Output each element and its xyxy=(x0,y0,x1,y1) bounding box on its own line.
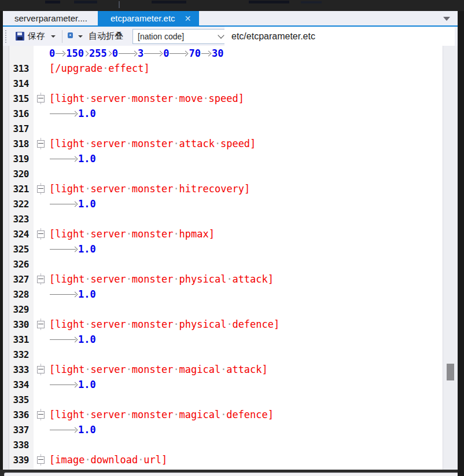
code-line[interactable]: 318[light·server·monster·attack·speed] xyxy=(3,136,443,151)
tab-whitespace-icon xyxy=(49,381,78,389)
code-line[interactable]: 01502550307030 xyxy=(3,46,443,61)
code-line[interactable]: 321[light·server·monster·hitrecovery] xyxy=(3,181,443,196)
space-dot-icon: · xyxy=(84,364,90,375)
code-line[interactable]: 3311.0 xyxy=(3,332,443,347)
code-line[interactable]: 326 xyxy=(3,257,443,272)
collapse-region-icon[interactable] xyxy=(37,321,45,328)
code-line[interactable]: 330[light·server·monster·physical·defenc… xyxy=(3,317,443,332)
section-token: magical xyxy=(179,409,221,420)
fold-toggle[interactable] xyxy=(33,136,48,151)
collapse-region-icon[interactable] xyxy=(37,95,45,102)
fold-toggle[interactable] xyxy=(33,181,48,196)
space-dot-icon: · xyxy=(174,409,179,420)
code-text: [light·server·monster·physical·attack] xyxy=(48,273,443,285)
space-dot-icon: · xyxy=(126,138,132,149)
fold-tool-icon[interactable] xyxy=(68,32,75,40)
value-token: 1.0 xyxy=(78,424,96,435)
clipped-text-fragment xyxy=(45,1,60,3)
code-line[interactable]: 3341.0 xyxy=(3,377,443,392)
code-text: [light·server·monster·magical·defence] xyxy=(48,409,443,420)
tab-list-dropdown-icon[interactable] xyxy=(443,17,450,21)
code-line[interactable]: 323 xyxy=(3,211,443,226)
space-dot-icon: · xyxy=(126,183,132,195)
section-token: server xyxy=(90,93,126,104)
autofold-button[interactable]: 自动折叠 xyxy=(89,31,123,42)
nation-code-select[interactable]: [nation code] xyxy=(132,29,229,44)
collapse-region-icon[interactable] xyxy=(37,140,45,148)
code-line[interactable]: 327[light·server·monster·physical·attack… xyxy=(3,272,443,287)
close-tab-icon[interactable]: ✕ xyxy=(185,14,192,23)
code-line[interactable]: 3371.0 xyxy=(3,422,443,437)
code-line[interactable]: 339[image·download·url] xyxy=(3,452,443,467)
collapse-region-icon[interactable] xyxy=(37,185,45,193)
fold-tool-dropdown-icon[interactable] xyxy=(78,35,83,38)
code-text: [light·server·monster·attack·speed] xyxy=(48,138,443,149)
fold-toggle[interactable] xyxy=(33,407,48,422)
code-line[interactable]: 336[light·server·monster·magical·defence… xyxy=(3,407,443,422)
line-number: 318 xyxy=(9,138,33,149)
code-line[interactable]: 329 xyxy=(3,302,443,317)
toolbar-separator xyxy=(62,30,62,43)
code-line[interactable]: 3251.0 xyxy=(3,241,443,257)
code-line[interactable]: 317 xyxy=(3,121,443,136)
code-line[interactable]: 335 xyxy=(3,392,443,407)
tab-serverparameter[interactable]: serverparameter.... xyxy=(3,11,98,25)
toolbar-grip-handle[interactable] xyxy=(5,30,9,43)
fold-column xyxy=(33,422,48,437)
space-dot-icon: · xyxy=(126,273,132,285)
section-token: [light xyxy=(49,364,84,375)
space-dot-icon: · xyxy=(174,364,179,375)
fold-toggle[interactable] xyxy=(33,91,48,106)
fold-toggle[interactable] xyxy=(33,317,48,332)
collapse-region-icon[interactable] xyxy=(37,366,45,374)
line-number: 324 xyxy=(9,229,33,240)
line-number: 335 xyxy=(9,394,33,405)
tab-etcparameter-active[interactable]: etcparameter.etc ✕ xyxy=(98,11,199,25)
line-number: 326 xyxy=(9,259,33,270)
code-text: [/upgrade·effect] xyxy=(48,63,443,74)
code-line[interactable]: 3161.0 xyxy=(3,106,443,121)
section-token: physical xyxy=(179,318,227,330)
vertical-scrollbar-thumb[interactable] xyxy=(447,364,454,380)
save-dropdown-icon[interactable] xyxy=(51,35,56,38)
fold-toggle[interactable] xyxy=(33,452,48,467)
section-token: [light xyxy=(49,138,84,149)
collapse-region-icon[interactable] xyxy=(37,456,45,464)
value-token: 1.0 xyxy=(78,379,96,390)
code-line[interactable]: 314 xyxy=(3,76,443,91)
code-line[interactable]: 332 xyxy=(3,347,443,362)
space-dot-icon: · xyxy=(84,138,90,149)
section-token: monster xyxy=(132,273,174,285)
space-dot-icon: · xyxy=(84,318,90,330)
code-line[interactable]: 3221.0 xyxy=(3,196,443,211)
collapse-region-icon[interactable] xyxy=(37,276,45,283)
tab-whitespace-icon xyxy=(169,50,189,57)
code-line[interactable]: 3191.0 xyxy=(3,151,443,166)
save-button[interactable]: 保存 xyxy=(13,30,47,43)
fold-column xyxy=(33,287,48,302)
code-line[interactable]: 333[light·server·monster·magical·attack] xyxy=(3,362,443,377)
code-line[interactable]: 3281.0 xyxy=(3,287,443,302)
code-line[interactable]: 338 xyxy=(3,437,443,452)
vertical-scrollbar-track[interactable] xyxy=(443,46,458,470)
fold-toggle[interactable] xyxy=(33,272,48,287)
value-token: 0 xyxy=(112,47,118,59)
collapse-region-icon[interactable] xyxy=(37,411,45,419)
fold-toggle[interactable] xyxy=(33,362,48,377)
collapse-region-icon[interactable] xyxy=(37,230,45,238)
code-line[interactable]: 313[/upgrade·effect] xyxy=(3,61,443,76)
space-dot-icon: · xyxy=(174,138,179,149)
code-line[interactable]: 324[light·server·monster·hpmax] xyxy=(3,226,443,241)
fold-toggle[interactable] xyxy=(33,226,48,241)
code-line[interactable]: 315[light·server·monster·move·speed] xyxy=(3,91,443,106)
value-token: 1.0 xyxy=(78,198,96,210)
code-line[interactable]: 320 xyxy=(3,166,443,181)
section-token: hpmax] xyxy=(179,228,215,240)
tab-label: etcparameter.etc xyxy=(111,13,175,23)
space-dot-icon: · xyxy=(220,364,226,375)
file-path-field[interactable]: etc/etcparameter.etc xyxy=(224,27,455,46)
value-token: 150 xyxy=(66,47,84,59)
space-dot-icon: · xyxy=(126,228,132,240)
space-dot-icon: · xyxy=(126,409,132,420)
section-token: physical xyxy=(179,273,227,285)
